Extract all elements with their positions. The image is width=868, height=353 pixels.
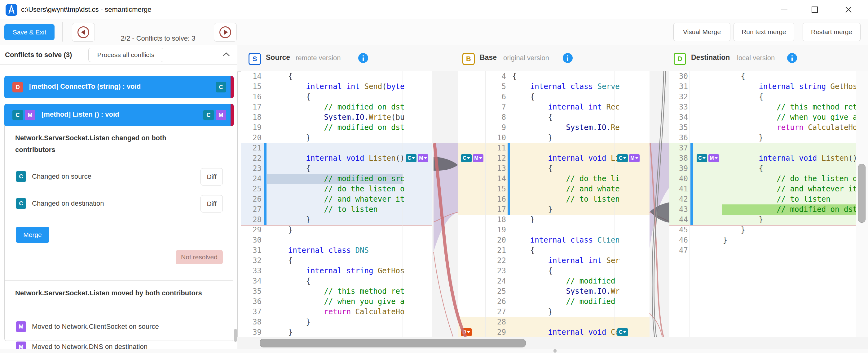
info-icon[interactable] [787, 53, 797, 63]
code-text: } [270, 225, 432, 235]
line-number: 13 [458, 164, 506, 174]
conflict-item-connectto[interactable]: D [method] ConnectTo (string) : void C [4, 76, 234, 98]
line-number: 38 [669, 153, 688, 164]
merge-button[interactable]: Merge [16, 227, 49, 243]
code-text [512, 143, 650, 153]
conflict-item-listen[interactable]: C M [method] Listen () : void C M [4, 104, 234, 126]
toolbar-divider [62, 22, 63, 41]
code-text: } [512, 215, 650, 225]
line-number: 46 [669, 235, 688, 245]
line-number: 15 [458, 184, 506, 194]
changed-on-source-label: Changed on source [32, 173, 91, 180]
code-text: { [705, 92, 856, 102]
info-icon[interactable] [563, 53, 573, 63]
line-number: 5 [458, 82, 506, 92]
moved-badge[interactable]: M [629, 154, 640, 162]
code-line: 28 } [241, 215, 432, 225]
code-text: { [512, 71, 650, 82]
base-code-panel[interactable]: 4{5 internal class Serve6 {7 internal in… [458, 71, 650, 337]
code-text: internal class Serve [512, 82, 650, 92]
code-line: 20 } [241, 133, 432, 143]
line-number: 26 [458, 297, 506, 307]
code-line: 28 [458, 317, 650, 327]
code-text: { [705, 164, 856, 174]
code-line: 25 System.IO.Wr [458, 286, 650, 297]
changed-badge[interactable]: C [461, 154, 472, 162]
chevron-up-icon[interactable] [222, 52, 230, 59]
line-number: 31 [241, 245, 261, 256]
dest-code-panel[interactable]: 30 {31 internal string GetHos32 {33 // t… [669, 71, 856, 337]
previous-conflict-button[interactable] [72, 23, 95, 41]
line-number: 27 [241, 204, 261, 215]
next-conflict-button[interactable] [214, 23, 237, 41]
moved-badge[interactable]: M [418, 154, 428, 162]
line-number: 33 [241, 266, 261, 276]
line-number: 7 [458, 102, 506, 112]
changed-badge[interactable]: C [617, 328, 628, 336]
process-all-conflicts-button[interactable]: Process all conflicts [88, 48, 163, 62]
run-text-merge-button[interactable]: Run text merge [734, 23, 794, 41]
code-text: // to listen [705, 194, 856, 204]
line-number: 25 [241, 184, 261, 194]
bottom-strip [0, 349, 868, 353]
restart-merge-button[interactable]: Restart merge [803, 23, 861, 41]
bottom-mini-scrollbar-thumb[interactable] [554, 349, 557, 353]
code-line: 42 // to listen [669, 194, 856, 204]
code-text: // and whatever it [705, 184, 856, 194]
code-text: { [512, 266, 650, 276]
changed-badge[interactable]: C [617, 154, 628, 162]
maximize-button[interactable] [801, 0, 829, 19]
deleted-badge[interactable]: D [461, 328, 472, 336]
code-text: // do the listen o [705, 174, 856, 184]
code-line: 32 { [241, 256, 432, 266]
moved-badge[interactable]: M [708, 154, 719, 162]
moved-badge[interactable]: M [473, 154, 484, 162]
arrow-left-icon [78, 26, 89, 38]
card-divider [5, 281, 234, 281]
code-line: 8 { [458, 112, 650, 122]
line-number: 44 [669, 215, 688, 225]
code-line: 37 [669, 143, 856, 153]
code-text: } [705, 133, 856, 143]
save-exit-button[interactable]: Save & Exit [4, 24, 55, 40]
line-number: 37 [241, 307, 261, 317]
code-line: 15 internal int Send(byte [241, 82, 432, 92]
diff-destination-button[interactable]: Diff [200, 195, 223, 212]
code-line: 26 // and whatever it [241, 194, 432, 204]
code-line: 26 // modified [458, 297, 650, 307]
code-line: 39 { [669, 164, 856, 174]
destination-badge: D [674, 53, 686, 65]
line-number: 17 [458, 204, 506, 215]
close-button[interactable] [835, 0, 862, 19]
line-number: 11 [458, 143, 506, 153]
visual-merge-button[interactable]: Visual Merge [673, 23, 731, 41]
line-number: 6 [458, 92, 506, 102]
code-text: { [270, 164, 432, 174]
code-line: 31 internal string GetHos [669, 82, 856, 92]
conflicts-sidebar: Conflicts to solve (3) Process all confl… [0, 45, 238, 353]
diff-source-button[interactable]: Diff [200, 168, 223, 185]
minimize-button[interactable] [770, 0, 798, 19]
code-text: // and whatever it [270, 194, 432, 204]
vertical-scrollbar-thumb[interactable] [858, 164, 866, 223]
arrow-right-icon [219, 26, 231, 38]
horizontal-scrollbar-thumb[interactable] [260, 339, 526, 347]
panel-headers: S Source remote version B Base original … [237, 45, 868, 72]
code-text: internal class DNS [270, 245, 432, 256]
line-number: 16 [241, 92, 261, 102]
changed-badge: C [16, 171, 26, 182]
conflict-counter: 2/2 - Conflicts to solve: 3 [105, 34, 211, 42]
code-line: 32 { [669, 92, 856, 102]
code-line: 36 } [669, 133, 856, 143]
code-text: { [270, 276, 432, 286]
code-text [270, 235, 432, 245]
line-number: 28 [241, 215, 261, 225]
source-code-panel[interactable]: 14 {15 internal int Send(byte16 {17 // m… [241, 71, 432, 337]
changed-badge[interactable]: C [696, 154, 707, 162]
line-number: 9 [458, 122, 506, 133]
line-number: 36 [241, 297, 261, 307]
changed-badge[interactable]: C [406, 154, 416, 162]
info-icon[interactable] [358, 53, 368, 63]
code-line: 17 } [458, 204, 650, 215]
sidebar-scrollbar-thumb[interactable] [234, 329, 237, 342]
